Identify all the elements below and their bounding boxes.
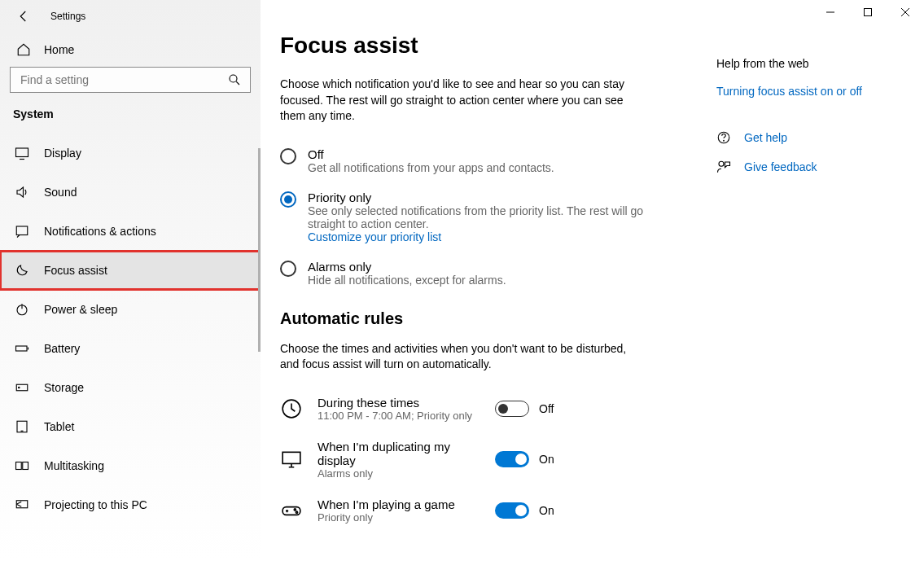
option-alarms-only[interactable]: Alarms only Hide all notifications, exce…	[280, 260, 700, 287]
multitasking-icon	[15, 458, 29, 473]
option-label: Priority only	[308, 191, 650, 204]
storage-icon	[15, 380, 29, 395]
sidebar-item-label: Display	[44, 147, 81, 160]
sound-icon	[15, 185, 29, 199]
rules-heading: Automatic rules	[280, 309, 700, 328]
sidebar-item-storage[interactable]: Storage	[0, 368, 261, 407]
power-icon	[15, 302, 29, 317]
sidebar-item-battery[interactable]: Battery	[0, 329, 261, 368]
sidebar: Settings Home System Display S	[0, 0, 261, 561]
main-area: Focus assist Choose which notification y…	[261, 0, 924, 561]
get-help-icon	[716, 130, 731, 145]
radio-priority-only[interactable]	[280, 191, 296, 208]
get-help-label: Get help	[744, 131, 787, 144]
projecting-icon	[15, 497, 29, 512]
sidebar-item-tablet[interactable]: Tablet	[0, 407, 261, 446]
battery-icon	[15, 341, 29, 356]
toggle-state: Off	[539, 402, 554, 415]
help-panel: Help from the web Turning focus assist o…	[700, 0, 912, 561]
page-description: Choose which notification you'd like to …	[280, 77, 630, 125]
sidebar-item-display[interactable]: Display	[0, 134, 261, 173]
svg-rect-10	[16, 501, 28, 508]
option-priority-only[interactable]: Priority only See only selected notifica…	[280, 191, 700, 243]
home-icon	[16, 42, 31, 57]
search-box[interactable]	[10, 67, 251, 93]
rule-label: When I'm duplicating my display	[317, 440, 480, 467]
svg-rect-9	[23, 462, 28, 470]
toggle-during-times[interactable]	[495, 401, 529, 417]
rule-label: During these times	[317, 396, 480, 410]
svg-point-15	[294, 509, 296, 511]
rule-sub: Alarms only	[317, 467, 480, 480]
sidebar-item-label: Multitasking	[44, 459, 104, 472]
option-sub: Hide all notifications, except for alarm…	[308, 274, 506, 287]
svg-point-18	[724, 140, 725, 141]
svg-point-6	[19, 387, 20, 388]
gamepad-icon	[280, 499, 303, 522]
tablet-icon	[15, 419, 29, 434]
sidebar-item-projecting[interactable]: Projecting to this PC	[0, 485, 261, 524]
help-heading: Help from the web	[716, 57, 912, 70]
toggle-state: On	[539, 453, 554, 466]
maximize-button[interactable]	[849, 0, 887, 24]
sidebar-item-label: Battery	[44, 342, 80, 355]
home-label: Home	[44, 43, 74, 56]
close-button[interactable]	[887, 0, 924, 24]
svg-rect-8	[16, 462, 22, 470]
toggle-state: On	[539, 504, 554, 517]
feedback-icon	[716, 160, 731, 174]
sidebar-item-multitasking[interactable]: Multitasking	[0, 446, 261, 485]
rule-sub: 11:00 PM - 7:00 AM; Priority only	[317, 410, 480, 422]
search-input[interactable]	[19, 72, 206, 87]
get-help-link[interactable]: Get help	[716, 130, 912, 145]
option-sub: See only selected notifications from the…	[308, 204, 650, 230]
svg-rect-11	[865, 9, 872, 16]
sidebar-item-label: Storage	[44, 381, 84, 394]
scrollbar[interactable]	[258, 148, 261, 352]
focus-assist-icon	[15, 263, 29, 278]
sidebar-item-power[interactable]: Power & sleep	[0, 290, 261, 329]
window-controls	[812, 0, 924, 24]
sidebar-item-label: Tablet	[44, 420, 74, 433]
radio-off[interactable]	[280, 148, 296, 164]
svg-rect-4	[16, 346, 28, 351]
search-icon	[227, 72, 242, 87]
clock-icon	[280, 397, 303, 420]
back-icon[interactable]	[16, 9, 31, 24]
settings-window: Settings Home System Display S	[0, 0, 924, 561]
customize-priority-link[interactable]: Customize your priority list	[308, 230, 650, 243]
sidebar-item-notifications[interactable]: Notifications & actions	[0, 212, 261, 251]
rule-playing-game[interactable]: When I'm playing a game Priority only On	[280, 497, 700, 524]
svg-rect-2	[16, 226, 28, 235]
notifications-icon	[15, 224, 29, 239]
sidebar-item-focus-assist[interactable]: Focus assist	[0, 251, 261, 290]
toggle-playing-game[interactable]	[495, 502, 529, 519]
svg-rect-14	[282, 507, 300, 515]
window-title: Settings	[50, 11, 85, 22]
rule-sub: Priority only	[317, 511, 480, 524]
sidebar-home[interactable]: Home	[0, 33, 261, 67]
sidebar-item-label: Projecting to this PC	[44, 498, 147, 511]
sidebar-item-sound[interactable]: Sound	[0, 173, 261, 212]
option-sub: Get all notifications from your apps and…	[308, 161, 554, 174]
toggle-duplicating-display[interactable]	[495, 451, 529, 467]
sidebar-item-label: Sound	[44, 186, 77, 199]
minimize-button[interactable]	[812, 0, 849, 24]
sidebar-item-label: Focus assist	[44, 264, 107, 277]
rule-label: When I'm playing a game	[317, 497, 480, 511]
help-web-link[interactable]: Turning focus assist on or off	[716, 85, 912, 98]
give-feedback-link[interactable]: Give feedback	[716, 160, 912, 174]
monitor-icon	[280, 448, 303, 471]
rules-description: Choose the times and activities when you…	[280, 341, 630, 373]
titlebar-left: Settings	[0, 0, 261, 33]
display-icon	[15, 146, 29, 160]
rule-duplicating-display[interactable]: When I'm duplicating my display Alarms o…	[280, 440, 700, 480]
sidebar-item-label: Notifications & actions	[44, 225, 156, 238]
svg-point-0	[230, 75, 237, 82]
rule-during-times[interactable]: During these times 11:00 PM - 7:00 AM; P…	[280, 396, 700, 422]
option-off[interactable]: Off Get all notifications from your apps…	[280, 147, 700, 174]
option-label: Off	[308, 147, 554, 161]
give-feedback-label: Give feedback	[744, 160, 817, 173]
radio-alarms-only[interactable]	[280, 261, 296, 277]
sidebar-item-label: Power & sleep	[44, 303, 117, 316]
